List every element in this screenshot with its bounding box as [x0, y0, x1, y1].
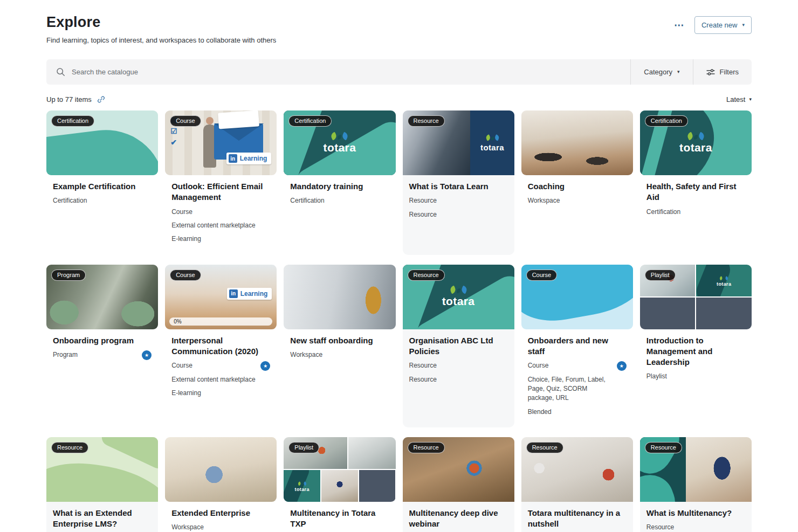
card-tag: Program [53, 350, 137, 360]
catalogue-card[interactable]: Course Onboarders and new staff CourseCh… [521, 265, 633, 427]
catalogue-card[interactable]: Certification Example Certification Cert… [46, 110, 158, 255]
create-new-label: Create new [701, 21, 737, 29]
page-subtitle: Find learning, topics of interest, and w… [46, 36, 276, 44]
card-type-badge: Resource [51, 442, 88, 453]
catalogue-card[interactable]: totara Certification Mandatory training … [284, 110, 395, 255]
card-image [165, 437, 277, 502]
card-title[interactable]: Totara multitenancy in a nutshell [528, 508, 627, 530]
link-icon[interactable] [97, 95, 105, 103]
card-title[interactable]: Extended Enterprise [171, 508, 270, 519]
card-tag: Certification [290, 196, 375, 205]
filters-icon [706, 68, 715, 77]
card-type-badge: Course [170, 270, 201, 281]
card-body: Outlook: Efficient Email Management Cour… [165, 175, 277, 255]
card-tag: Workspace [528, 196, 613, 205]
card-type-badge: Program [51, 270, 86, 281]
card-tag: Certification [646, 208, 731, 217]
catalogue-card[interactable]: totara Certification Health, Safety and … [640, 110, 752, 255]
card-tag: External content marketplace [171, 221, 256, 230]
card-tags: Certification [53, 196, 152, 205]
card-image: totara Certification [640, 110, 752, 175]
card-title[interactable]: What is Totara Learn [409, 181, 508, 192]
catalogue-card[interactable]: Coaching Workspace [521, 110, 633, 255]
create-new-button[interactable]: Create new ▾ [694, 16, 752, 34]
card-image: Course [521, 265, 633, 329]
card-tag: Resource [409, 361, 494, 370]
card-body: What is Totara Learn ResourceResource [403, 175, 514, 230]
card-grid: Certification Example Certification Cert… [46, 110, 752, 532]
card-tags: Workspace [171, 523, 270, 532]
catalogue-card[interactable]: totara Playlist Multitenancy in Totara T… [284, 437, 395, 532]
card-image [284, 265, 395, 329]
catalogue-card[interactable]: ▦☑✔inLearning Course Outlook: Efficient … [165, 110, 277, 255]
totara-logo: totara [442, 286, 475, 308]
card-title[interactable]: Example Certification [53, 181, 152, 192]
card-tags: ResourceResource [409, 196, 508, 219]
page-title: Explore [46, 14, 276, 31]
card-title[interactable]: Interpersonal Communication (2020) [171, 335, 270, 357]
card-title[interactable]: What is Multitenancy? [646, 508, 745, 519]
page-header-text: Explore Find learning, topics of interes… [46, 14, 276, 44]
catalogue-card[interactable]: inLearning Course 0% Interpersonal Commu… [165, 265, 277, 427]
card-title[interactable]: Multitenancy deep dive webinar [409, 508, 508, 530]
card-image: totara Certification [284, 110, 395, 175]
catalogue-card[interactable]: totara Resource What is Totara Learn Res… [403, 110, 514, 255]
totara-leaf-icon [450, 286, 467, 293]
results-count-wrap: Up to 77 items [46, 95, 105, 103]
search-icon [56, 67, 65, 77]
card-tag: Certification [53, 196, 137, 205]
card-title[interactable]: Introduction to Management and Leadershi… [646, 335, 745, 368]
card-type-badge: Certification [288, 115, 332, 127]
card-tag: Blended [528, 407, 613, 417]
totara-leaf-icon [331, 132, 348, 140]
card-title[interactable]: What is an Extended Enterprise LMS? [53, 508, 152, 530]
linkedin-icon: in [229, 154, 237, 163]
sort-dropdown[interactable]: Latest ▾ [726, 95, 752, 103]
card-image: Resource [640, 437, 752, 502]
card-body: Onboarding program Program★ [46, 329, 158, 371]
card-title[interactable]: Health, Safety and First Aid [646, 181, 745, 203]
catalogue-card[interactable]: Resource Totara multitenancy in a nutshe… [521, 437, 633, 532]
search-input[interactable] [72, 68, 621, 76]
search-field-wrap [46, 59, 630, 85]
card-image: Resource [521, 437, 633, 502]
card-title[interactable]: Onboarders and new staff [528, 335, 627, 357]
category-dropdown[interactable]: Category ▾ [630, 59, 692, 85]
card-tags: CourseChoice, File, Forum, Label, Page, … [528, 361, 627, 417]
sort-label: Latest [726, 95, 745, 103]
catalogue-card[interactable]: Extended Enterprise Workspace [165, 437, 277, 532]
catalogue-card[interactable]: New staff onboarding Workspace [284, 265, 395, 427]
totara-logo: totara [293, 480, 311, 492]
featured-star-icon: ★ [142, 350, 152, 360]
catalogue-card[interactable]: Resource Multitenancy deep dive webinar … [403, 437, 514, 532]
catalogue-card[interactable]: Resource What is an Extended Enterprise … [46, 437, 158, 532]
totara-logo: totara [480, 134, 504, 152]
card-type-badge: Playlist [645, 270, 676, 281]
card-tag: External content marketplace [171, 375, 256, 384]
card-title[interactable]: Onboarding program [53, 335, 152, 346]
card-image: totara Resource [403, 110, 514, 175]
card-title[interactable]: Coaching [528, 181, 627, 192]
catalogue-card[interactable]: Resource What is Multitenancy? ResourceR… [640, 437, 752, 532]
card-image: ▦☑✔inLearning Course [165, 110, 277, 175]
card-photo [686, 437, 752, 502]
catalogue-card[interactable]: Program Onboarding program Program★ [46, 265, 158, 427]
more-actions-icon[interactable]: ⋯ [674, 20, 685, 30]
card-body: What is an Extended Enterprise LMS? Reso… [46, 502, 158, 532]
catalogue-card[interactable]: totara Playlist Introduction to Manageme… [640, 265, 752, 427]
filters-button[interactable]: Filters [693, 59, 752, 85]
card-title[interactable]: New staff onboarding [290, 335, 389, 346]
totara-leaf-icon [687, 132, 705, 140]
card-body: What is Multitenancy? ResourceResource [640, 502, 752, 532]
totara-leaf-icon [298, 482, 307, 486]
card-type-badge: Resource [408, 442, 445, 453]
catalogue-card[interactable]: totara Resource Organisation ABC Ltd Pol… [403, 265, 514, 427]
card-type-badge: Resource [408, 270, 445, 281]
totara-logo: totara [715, 274, 733, 287]
card-title[interactable]: Organisation ABC Ltd Policies [409, 335, 508, 357]
card-title[interactable]: Outlook: Efficient Email Management [171, 181, 270, 203]
card-body: Multitenancy deep dive webinar ResourceR… [403, 502, 514, 532]
card-title[interactable]: Multitenancy in Totara TXP [290, 508, 389, 530]
results-count: Up to 77 items [46, 95, 92, 103]
card-title[interactable]: Mandatory training [290, 181, 389, 192]
